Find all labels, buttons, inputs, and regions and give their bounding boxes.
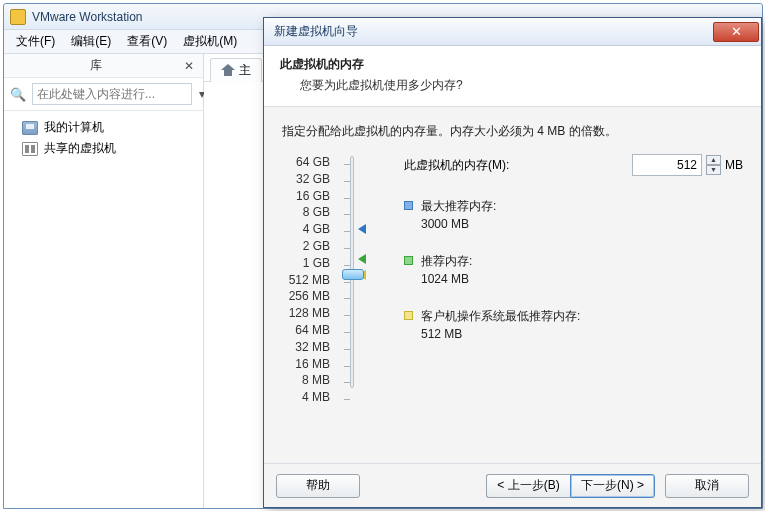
legend-max: 最大推荐内存: 3000 MB — [404, 198, 743, 231]
legend-min: 客户机操作系统最低推荐内存: 512 MB — [404, 308, 743, 341]
menu-file[interactable]: 文件(F) — [8, 30, 63, 53]
wizard-close-button[interactable]: ✕ — [713, 22, 759, 42]
legend-max-value: 3000 MB — [421, 217, 496, 231]
slider-tick-label: 64 MB — [282, 322, 330, 339]
slider-tick-label: 8 MB — [282, 372, 330, 389]
library-tree: 我的计算机 共享的虚拟机 — [4, 111, 203, 165]
memory-spinner: ▲ ▼ MB — [632, 154, 743, 176]
slider-tick-label: 8 GB — [282, 204, 330, 221]
slider-tick-mark — [344, 298, 350, 299]
library-panel: 库 ✕ 🔍 ▾ 我的计算机 共享的虚拟机 — [4, 54, 204, 508]
slider-tick-mark — [344, 315, 350, 316]
tree-item-label: 共享的虚拟机 — [44, 140, 116, 157]
slider-tick-mark — [344, 366, 350, 367]
wizard-instruction: 指定分配给此虚拟机的内存量。内存大小必须为 4 MB 的倍数。 — [282, 123, 743, 140]
slider-tick-label: 1 GB — [282, 255, 330, 272]
legend-rec-swatch-icon — [404, 256, 413, 265]
slider-tick-mark — [344, 349, 350, 350]
wizard-subheading: 您要为此虚拟机使用多少内存? — [280, 77, 745, 94]
memory-input[interactable] — [632, 154, 702, 176]
slider-tick-label: 16 MB — [282, 356, 330, 373]
legend-rec-value: 1024 MB — [421, 272, 472, 286]
slider-tick-mark — [344, 282, 350, 283]
tab-home[interactable]: 主 — [210, 58, 262, 82]
wizard-titlebar[interactable]: 新建虚拟机向导 ✕ — [264, 18, 761, 46]
home-icon — [221, 64, 235, 76]
slider-tick-mark — [344, 164, 350, 165]
slider-tick-mark — [344, 231, 350, 232]
slider-tick-label: 256 MB — [282, 288, 330, 305]
cancel-button[interactable]: 取消 — [665, 474, 749, 498]
slider-tick-mark — [344, 248, 350, 249]
vmware-app-icon — [10, 9, 26, 25]
slider-tick-label: 64 GB — [282, 154, 330, 171]
marker-max-icon — [358, 224, 366, 234]
library-search: 🔍 ▾ — [4, 78, 203, 111]
legend-rec-label: 推荐内存: — [421, 253, 472, 270]
slider-tick-mark — [344, 214, 350, 215]
slider-tick-label: 32 MB — [282, 339, 330, 356]
slider-tick-mark — [344, 265, 350, 266]
memory-unit: MB — [725, 158, 743, 172]
wizard-heading: 此虚拟机的内存 — [280, 56, 745, 73]
help-button[interactable]: 帮助 — [276, 474, 360, 498]
tree-item-label: 我的计算机 — [44, 119, 104, 136]
legend-min-label: 客户机操作系统最低推荐内存: — [421, 308, 580, 325]
legend-recommended: 推荐内存: 1024 MB — [404, 253, 743, 286]
slider-tick-mark — [344, 382, 350, 383]
back-button[interactable]: < 上一步(B) — [486, 474, 570, 498]
slider-tick-label: 4 MB — [282, 389, 330, 406]
legend-min-swatch-icon — [404, 311, 413, 320]
library-title: 库 — [10, 57, 181, 74]
shared-icon — [22, 142, 38, 156]
next-button[interactable]: 下一步(N) > — [570, 474, 655, 498]
slider-tick-label: 32 GB — [282, 171, 330, 188]
menu-edit[interactable]: 编辑(E) — [63, 30, 119, 53]
wizard-footer: 帮助 < 上一步(B) 下一步(N) > 取消 — [264, 463, 761, 507]
spin-down-button[interactable]: ▼ — [706, 165, 721, 175]
slider-tick-label: 16 GB — [282, 188, 330, 205]
marker-recommended-icon — [358, 254, 366, 264]
slider-tick-labels: 64 GB32 GB16 GB8 GB4 GB2 GB1 GB512 MB256… — [282, 154, 330, 406]
slider-tick-mark — [344, 198, 350, 199]
slider-thumb[interactable] — [342, 269, 364, 280]
legend-min-value: 512 MB — [421, 327, 580, 341]
library-close-icon[interactable]: ✕ — [181, 59, 197, 73]
tab-home-label: 主 — [239, 62, 251, 79]
memory-slider[interactable]: 64 GB32 GB16 GB8 GB4 GB2 GB1 GB512 MB256… — [282, 154, 376, 390]
slider-tick-mark — [344, 399, 350, 400]
search-icon: 🔍 — [8, 87, 28, 102]
memory-label: 此虚拟机的内存(M): — [404, 157, 632, 174]
computer-icon — [22, 121, 38, 135]
slider-tick-mark — [344, 181, 350, 182]
tree-item-shared-vms[interactable]: 共享的虚拟机 — [6, 138, 201, 159]
menu-vm[interactable]: 虚拟机(M) — [175, 30, 245, 53]
search-input[interactable] — [32, 83, 192, 105]
legend-max-swatch-icon — [404, 201, 413, 210]
tree-item-my-computer[interactable]: 我的计算机 — [6, 117, 201, 138]
menu-view[interactable]: 查看(V) — [119, 30, 175, 53]
slider-tick-label: 512 MB — [282, 272, 330, 289]
legend-max-label: 最大推荐内存: — [421, 198, 496, 215]
wizard-title: 新建虚拟机向导 — [274, 23, 713, 40]
slider-tick-label: 4 GB — [282, 221, 330, 238]
spin-up-button[interactable]: ▲ — [706, 155, 721, 165]
wizard-header: 此虚拟机的内存 您要为此虚拟机使用多少内存? — [264, 46, 761, 107]
slider-tick-label: 128 MB — [282, 305, 330, 322]
slider-tick-mark — [344, 332, 350, 333]
slider-tick-label: 2 GB — [282, 238, 330, 255]
new-vm-wizard-dialog: 新建虚拟机向导 ✕ 此虚拟机的内存 您要为此虚拟机使用多少内存? 指定分配给此虚… — [263, 17, 762, 508]
